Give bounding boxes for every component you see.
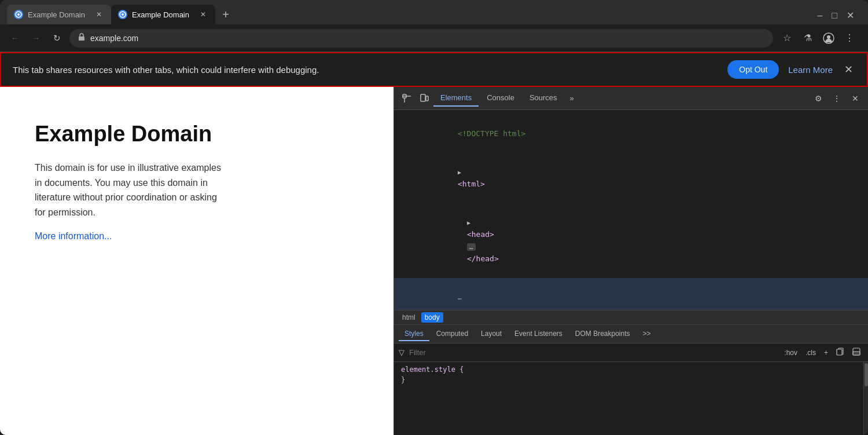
tabs-area: Example Domain ✕ Example Domain ✕ + (5, 5, 807, 24)
styles-filter-input[interactable] (409, 348, 777, 357)
svg-rect-14 (853, 352, 860, 355)
filter-action-buttons: :hov .cls + (781, 346, 863, 359)
svg-point-6 (827, 35, 830, 39)
dom-line-doctype: <!DOCTYPE html> (394, 115, 868, 153)
title-bar: Example Domain ✕ Example Domain ✕ + – □ … (0, 0, 868, 24)
styles-tab-dom-breakpoints[interactable]: DOM Breakpoints (569, 327, 636, 341)
breadcrumb-html[interactable]: html (399, 312, 419, 323)
tab-close-1[interactable]: ✕ (94, 9, 104, 20)
styles-filter-bar: ▽ :hov .cls + (394, 343, 868, 362)
styles-content: element.style { } (394, 362, 863, 435)
styles-element-rule: element.style { (401, 365, 856, 374)
info-bar-close-icon[interactable]: ✕ (842, 61, 855, 78)
styles-panel: Styles Computed Layout Event Listeners D… (394, 325, 868, 435)
tab-favicon-1 (14, 10, 23, 19)
address-input[interactable]: example.com (69, 29, 773, 47)
refresh-button[interactable]: ↻ (49, 30, 65, 46)
styles-tab-computed[interactable]: Computed (431, 327, 474, 341)
breadcrumb-bar: html body (394, 310, 868, 325)
chrome-browser-window: Example Domain ✕ Example Domain ✕ + – □ … (0, 0, 868, 435)
info-bar-message: This tab shares resources with other tab… (13, 65, 718, 75)
svg-rect-12 (837, 349, 842, 355)
styles-tab-event-listeners[interactable]: Event Listeners (509, 327, 568, 341)
scrollbar-thumb (865, 363, 868, 386)
main-content-area: This tab shares resources with other tab… (0, 52, 868, 435)
content-split: Example Domain This domain is for use in… (0, 87, 868, 435)
add-style-button[interactable]: + (821, 348, 831, 358)
inspect-element-icon[interactable] (399, 90, 415, 107)
devtools-tab-elements[interactable]: Elements (433, 90, 479, 107)
page-body-text: This domain is for use in illustrative e… (35, 160, 359, 220)
more-info-link[interactable]: More information... (35, 231, 112, 241)
url-display: example.com (90, 34, 765, 43)
devtools-settings-icon[interactable]: ⚙ (810, 90, 826, 107)
devtools-close-icon[interactable]: ✕ (847, 90, 863, 107)
device-mode-icon[interactable] (416, 90, 432, 107)
tab-1[interactable]: Example Domain ✕ (7, 5, 111, 24)
hov-button[interactable]: :hov (781, 348, 800, 358)
devtools-tab-console[interactable]: Console (480, 90, 521, 107)
filter-icon: ▽ (399, 348, 404, 357)
copy-style-button[interactable] (833, 346, 847, 359)
close-button[interactable]: ✕ (847, 10, 854, 21)
breadcrumb-body[interactable]: body (421, 312, 443, 323)
tab-favicon-2 (118, 10, 127, 19)
svg-rect-11 (426, 96, 428, 101)
toolbar-icons: ☆ ⚗ ⋮ (778, 29, 861, 47)
profile-icon[interactable] (819, 29, 838, 47)
learn-more-link[interactable]: Learn More (788, 65, 833, 75)
devtools-more-tabs[interactable]: » (565, 90, 579, 106)
security-icon (78, 33, 86, 43)
styles-tab-more[interactable]: >> (637, 327, 657, 341)
devtools-tabs: Elements Console Sources » ⚙ ⋮ ✕ (394, 87, 868, 110)
svg-rect-10 (421, 94, 425, 101)
opt-out-button[interactable]: Opt Out (727, 60, 779, 79)
cls-button[interactable]: .cls (803, 348, 819, 358)
window-controls: – □ ✕ (808, 10, 863, 24)
dom-panel: <!DOCTYPE html> ▶ <html> ▶ <head> … </he… (394, 110, 868, 310)
styles-tab-styles[interactable]: Styles (399, 327, 429, 341)
svg-point-1 (17, 13, 20, 16)
minimize-button[interactable]: – (817, 10, 822, 21)
dom-line-html[interactable]: ▶ <html> (394, 153, 868, 203)
tab-title-1: Example Domain (28, 10, 89, 19)
tab-title-2: Example Domain (132, 10, 193, 19)
devtools-panel: Elements Console Sources » ⚙ ⋮ ✕ (393, 87, 868, 435)
tab-2[interactable]: Example Domain ✕ (111, 5, 215, 24)
styles-tabs: Styles Computed Layout Event Listeners D… (394, 325, 868, 343)
devtools-tab-sources[interactable]: Sources (523, 90, 564, 107)
address-bar: ← → ↻ example.com ☆ ⚗ (0, 24, 868, 52)
svg-point-3 (122, 13, 124, 16)
back-button[interactable]: ← (7, 30, 23, 46)
lab-icon[interactable]: ⚗ (799, 29, 817, 47)
devtools-more-icon[interactable]: ⋮ (829, 90, 845, 107)
dom-line-body[interactable]: … ▶ <body> … </body> == $0 (394, 278, 868, 310)
page-content: Example Domain This domain is for use in… (0, 87, 393, 435)
devtools-actions: ⚙ ⋮ ✕ (810, 90, 863, 107)
page-heading: Example Domain (35, 122, 359, 147)
bookmark-icon[interactable]: ☆ (778, 29, 796, 47)
maximize-button[interactable]: □ (832, 10, 837, 21)
new-tab-button[interactable]: + (218, 6, 234, 23)
styles-element-rule-close: } (401, 376, 856, 384)
styles-tab-layout[interactable]: Layout (475, 327, 507, 341)
more-menu-icon[interactable]: ⋮ (840, 29, 859, 47)
toggle-style-button[interactable] (849, 346, 863, 359)
scrollbar[interactable] (863, 362, 868, 435)
dom-line-head[interactable]: ▶ <head> … </head> (394, 204, 868, 279)
svg-rect-4 (79, 36, 84, 41)
forward-button[interactable]: → (28, 30, 44, 46)
info-bar: This tab shares resources with other tab… (0, 52, 868, 87)
tab-close-2[interactable]: ✕ (198, 9, 208, 20)
